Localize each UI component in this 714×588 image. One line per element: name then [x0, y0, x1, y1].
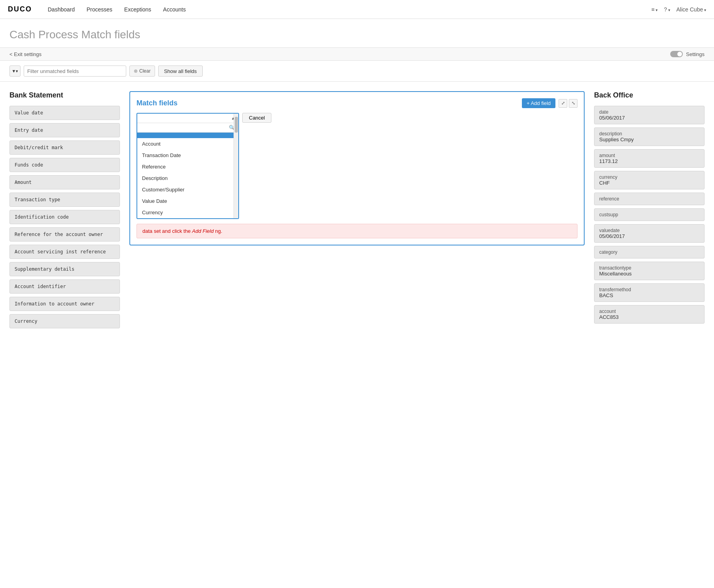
bank-statement-field-8: Account servicing inst reference: [9, 245, 120, 259]
expand-icon-2[interactable]: ⤡: [569, 99, 578, 108]
bo-label-6: valuedate: [599, 228, 699, 233]
hamburger-menu[interactable]: ≡: [651, 6, 658, 13]
nav-accounts[interactable]: Accounts: [163, 6, 186, 13]
match-panel-title: Match fields: [136, 99, 178, 107]
bo-value-2: 1173.12: [599, 158, 699, 164]
back-office-field-0: date05/06/2017: [594, 106, 705, 124]
dropdown-item-5[interactable]: Customer/Supplier: [137, 184, 238, 195]
nav-processes[interactable]: Processes: [87, 6, 112, 13]
match-panel-header: Match fields Add field ⤢ ⤡: [136, 98, 578, 108]
cancel-button[interactable]: Cancel: [242, 113, 271, 123]
bank-statement-field-11: Information to account owner: [9, 297, 120, 311]
bank-statement-field-2: Debit/credit mark: [9, 140, 120, 155]
bank-statement-field-10: Account identifier: [9, 279, 120, 294]
bo-label-4: reference: [599, 196, 699, 202]
back-office-field-9: transfermethodBACS: [594, 283, 705, 302]
bank-statement-fields: Value dateEntry dateDebit/credit markFun…: [9, 106, 120, 328]
error-text-prefix: data set and click the: [142, 228, 191, 234]
dropdown-search: 🔍: [137, 123, 238, 133]
clear-button[interactable]: Clear: [129, 66, 155, 77]
back-office-column: Back Office date05/06/2017descriptionSup…: [594, 91, 705, 348]
bo-label-9: transfermethod: [599, 287, 699, 292]
dropdown-container: ▲ 🔍 AccountTransaction DateReferenceDesc…: [136, 113, 239, 219]
dropdown-item-2[interactable]: Transaction Date: [137, 150, 238, 161]
nav-links: Dashboard Processes Exceptions Accounts: [48, 6, 651, 13]
main-content: Bank Statement Value dateEntry dateDebit…: [0, 82, 714, 358]
toggle-icon: [670, 51, 683, 57]
dropdown-box: ▲ 🔍 AccountTransaction DateReferenceDesc…: [136, 113, 239, 219]
back-office-heading: Back Office: [594, 91, 705, 99]
back-office-field-7: category: [594, 246, 705, 258]
settings-bar: Exit settings Settings: [0, 48, 714, 61]
bank-statement-field-5: Transaction type: [9, 193, 120, 207]
help-menu[interactable]: ?: [664, 6, 670, 13]
bank-statement-field-1: Entry date: [9, 123, 120, 137]
cancel-area: Cancel: [242, 113, 271, 123]
dropdown-item-0[interactable]: [137, 133, 238, 138]
navbar: DUCO Dashboard Processes Exceptions Acco…: [0, 0, 714, 19]
bo-value-3: CHF: [599, 180, 699, 186]
dropdown-thumb: [235, 117, 238, 133]
user-menu[interactable]: Alice Cube: [677, 6, 706, 13]
back-office-field-2: amount1173.12: [594, 149, 705, 168]
back-office-field-1: descriptionSupplies Cmpy: [594, 127, 705, 146]
filter-icon[interactable]: ▼▾: [9, 66, 21, 77]
back-office-field-3: currencyCHF: [594, 171, 705, 189]
bo-label-3: currency: [599, 174, 699, 180]
dropdown-item-1[interactable]: Account: [137, 138, 238, 150]
bo-label-7: category: [599, 249, 699, 255]
navbar-right: ≡ ? Alice Cube: [651, 6, 706, 13]
match-fields-column: Match fields Add field ⤢ ⤡: [120, 91, 594, 348]
dropdown-scrollbar[interactable]: [234, 114, 238, 218]
back-office-field-6: valuedate05/06/2017: [594, 224, 705, 243]
bo-label-10: account: [599, 309, 699, 314]
dropdown-list: AccountTransaction DateReferenceDescript…: [137, 133, 238, 218]
bo-label-2: amount: [599, 153, 699, 158]
back-office-field-4: reference: [594, 193, 705, 205]
error-text-suffix: ng.: [215, 228, 222, 234]
bank-statement-field-3: Funds code: [9, 158, 120, 172]
show-all-button[interactable]: Show all fields: [158, 66, 203, 77]
nav-exceptions[interactable]: Exceptions: [124, 6, 151, 13]
nav-dashboard[interactable]: Dashboard: [48, 6, 75, 13]
filter-bar: ▼▾ Clear Show all fields: [0, 61, 714, 82]
bo-value-1: Supplies Cmpy: [599, 137, 699, 142]
bo-value-10: ACC853: [599, 314, 699, 320]
bank-statement-field-12: Currency: [9, 314, 120, 328]
bo-label-0: date: [599, 109, 699, 115]
settings-toggle[interactable]: Settings: [670, 51, 705, 57]
expand-icons: ⤢ ⤡: [559, 99, 578, 108]
dropdown-item-4[interactable]: Description: [137, 172, 238, 184]
error-link-text: Add Field: [192, 228, 214, 234]
back-office-fields: date05/06/2017descriptionSupplies Cmpyam…: [594, 106, 705, 324]
back-office-field-5: custsupp: [594, 208, 705, 221]
brand-logo: DUCO: [8, 5, 32, 13]
bo-value-0: 05/06/2017: [599, 115, 699, 121]
match-panel: Match fields Add field ⤢ ⤡: [129, 91, 585, 245]
bank-statement-heading: Bank Statement: [9, 91, 120, 99]
page-header: Cash Process Match fields: [0, 19, 714, 48]
filter-input[interactable]: [24, 66, 126, 77]
dropdown-row: ▲ 🔍 AccountTransaction DateReferenceDesc…: [136, 113, 578, 224]
add-field-button[interactable]: Add field: [522, 98, 555, 108]
dropdown-search-input[interactable]: [140, 125, 229, 131]
back-office-field-8: transactiontypeMiscellaneous: [594, 262, 705, 280]
bank-statement-field-6: Identification code: [9, 210, 120, 224]
settings-label: Settings: [686, 51, 705, 57]
match-panel-actions: Add field ⤢ ⤡: [522, 98, 578, 108]
dropdown-item-7[interactable]: Currency: [137, 207, 238, 218]
bank-statement-field-9: Supplementary details: [9, 262, 120, 276]
bo-value-9: BACS: [599, 292, 699, 298]
page-title: Cash Process Match fields: [9, 28, 705, 41]
error-box: data set and click the Add Field ng.: [136, 224, 578, 238]
bank-statement-field-7: Reference for the account owner: [9, 227, 120, 242]
dropdown-item-6[interactable]: Value Date: [137, 195, 238, 207]
expand-icon-1[interactable]: ⤢: [559, 99, 567, 108]
bo-value-6: 05/06/2017: [599, 233, 699, 239]
bank-statement-column: Bank Statement Value dateEntry dateDebit…: [9, 91, 120, 348]
bo-label-8: transactiontype: [599, 265, 699, 271]
bank-statement-field-0: Value date: [9, 106, 120, 120]
exit-settings-link[interactable]: Exit settings: [9, 51, 41, 57]
dropdown-item-3[interactable]: Reference: [137, 161, 238, 172]
dropdown-header[interactable]: ▲: [137, 114, 238, 123]
